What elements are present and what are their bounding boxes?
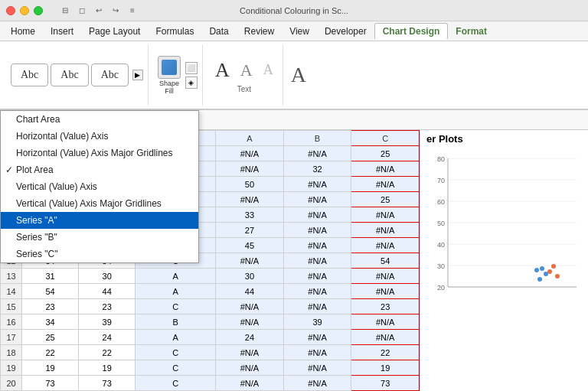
more-styles-button[interactable]: ▶ bbox=[132, 70, 143, 80]
large-a-button-2[interactable]: A bbox=[236, 59, 257, 82]
abc-button-2[interactable]: Abc bbox=[51, 64, 88, 86]
large-a-extra[interactable]: A bbox=[291, 63, 306, 87]
cell[interactable]: #N/A bbox=[216, 299, 284, 314]
cell[interactable]: 73 bbox=[79, 376, 136, 391]
cell[interactable]: 17 bbox=[1, 330, 22, 345]
abc-button-3[interactable]: Abc bbox=[91, 64, 129, 86]
cell[interactable]: 19 bbox=[351, 360, 420, 376]
cell[interactable]: 19 bbox=[22, 360, 79, 376]
cell[interactable]: #N/A bbox=[283, 146, 351, 161]
shape-fill-button[interactable]: Shape Fill bbox=[156, 54, 182, 96]
cell[interactable]: 23 bbox=[351, 299, 420, 314]
toolbar-icon-2[interactable]: ◻ bbox=[75, 4, 89, 18]
dropdown-item-plot-area[interactable]: Plot Area bbox=[1, 161, 198, 178]
cell[interactable]: 22 bbox=[351, 345, 420, 360]
cell[interactable]: A bbox=[136, 330, 216, 345]
cell[interactable]: #N/A bbox=[283, 207, 351, 223]
cell[interactable]: 25 bbox=[22, 330, 79, 345]
cell[interactable]: 16 bbox=[1, 314, 22, 330]
toolbar-icon-1[interactable]: ⊟ bbox=[58, 4, 72, 18]
cell[interactable]: 44 bbox=[79, 284, 136, 299]
cell[interactable]: 23 bbox=[79, 299, 136, 314]
cell[interactable]: 50 bbox=[216, 177, 284, 192]
cell[interactable]: C bbox=[136, 376, 216, 391]
cell[interactable]: 39 bbox=[283, 314, 351, 330]
cell[interactable]: 39 bbox=[79, 314, 136, 330]
cell[interactable]: #N/A bbox=[283, 299, 351, 314]
menu-page-layout[interactable]: Page Layout bbox=[81, 24, 148, 39]
undo-button[interactable]: ↩ bbox=[92, 4, 106, 18]
maximize-button[interactable] bbox=[34, 6, 43, 15]
dropdown-item-series-c[interactable]: Series "C" bbox=[1, 246, 198, 262]
cell[interactable]: #N/A bbox=[283, 253, 351, 269]
menu-developer[interactable]: Developer bbox=[317, 24, 374, 39]
cell[interactable]: #N/A bbox=[216, 192, 284, 207]
cell[interactable]: 73 bbox=[351, 376, 420, 391]
cell[interactable]: #N/A bbox=[283, 192, 351, 207]
cell[interactable]: #N/A bbox=[283, 345, 351, 360]
dropdown-item-v-axis-gridlines[interactable]: Vertical (Value) Axis Major Gridlines bbox=[1, 195, 198, 212]
cell[interactable]: #N/A bbox=[283, 360, 351, 376]
cell[interactable]: #N/A bbox=[283, 238, 351, 253]
cell[interactable]: 14 bbox=[1, 284, 22, 299]
minimize-button[interactable] bbox=[20, 6, 29, 15]
cell[interactable]: 23 bbox=[22, 299, 79, 314]
cell[interactable]: 30 bbox=[216, 269, 284, 284]
cell[interactable]: #N/A bbox=[216, 345, 284, 360]
cell[interactable]: #N/A bbox=[351, 314, 420, 330]
dropdown-item-series-a[interactable]: Series "A" bbox=[1, 212, 198, 229]
cell[interactable]: #N/A bbox=[351, 330, 420, 345]
cell[interactable]: 30 bbox=[79, 269, 136, 284]
cell[interactable]: 18 bbox=[1, 345, 22, 360]
cell[interactable]: A bbox=[136, 269, 216, 284]
menu-formulas[interactable]: Formulas bbox=[148, 24, 201, 39]
cell[interactable]: #N/A bbox=[216, 253, 284, 269]
dropdown-item-v-axis[interactable]: Vertical (Value) Axis bbox=[1, 178, 198, 195]
cell[interactable]: #N/A bbox=[351, 284, 420, 299]
cell[interactable]: #N/A bbox=[216, 360, 284, 376]
cell[interactable]: 31 bbox=[22, 269, 79, 284]
cell[interactable]: 54 bbox=[22, 284, 79, 299]
cell[interactable]: #N/A bbox=[351, 207, 420, 223]
menu-data[interactable]: Data bbox=[201, 24, 236, 39]
cell[interactable]: #N/A bbox=[216, 314, 284, 330]
cell[interactable]: 25 bbox=[351, 192, 420, 207]
menu-format[interactable]: Format bbox=[448, 24, 495, 39]
cell[interactable]: 24 bbox=[216, 330, 284, 345]
cell[interactable]: 15 bbox=[1, 299, 22, 314]
cell[interactable]: #N/A bbox=[216, 146, 284, 161]
cell[interactable]: #N/A bbox=[351, 238, 420, 253]
close-button[interactable] bbox=[6, 6, 15, 15]
cell[interactable]: #N/A bbox=[283, 376, 351, 391]
dropdown-item-chart-area[interactable]: Chart Area bbox=[1, 111, 198, 128]
cell[interactable]: A bbox=[136, 284, 216, 299]
cell[interactable]: #N/A bbox=[351, 269, 420, 284]
cell[interactable]: 24 bbox=[79, 330, 136, 345]
shape-effects-button[interactable]: ◈ bbox=[185, 77, 198, 89]
cell[interactable]: #N/A bbox=[283, 269, 351, 284]
cell[interactable]: C bbox=[136, 299, 216, 314]
cell[interactable]: 25 bbox=[351, 146, 420, 161]
cell[interactable]: 33 bbox=[216, 207, 284, 223]
cell[interactable]: #N/A bbox=[351, 161, 420, 177]
cell[interactable]: #N/A bbox=[283, 223, 351, 238]
menu-view[interactable]: View bbox=[282, 24, 317, 39]
redo-button[interactable]: ↪ bbox=[109, 4, 122, 18]
cell[interactable]: #N/A bbox=[283, 284, 351, 299]
cell[interactable]: 54 bbox=[351, 253, 420, 269]
cell[interactable]: 13 bbox=[1, 269, 22, 284]
cell[interactable]: B bbox=[136, 314, 216, 330]
cell[interactable]: #N/A bbox=[216, 161, 284, 177]
cell[interactable]: 27 bbox=[216, 223, 284, 238]
cell[interactable]: 34 bbox=[22, 314, 79, 330]
menu-chart-design[interactable]: Chart Design bbox=[374, 23, 449, 40]
menu-home[interactable]: Home bbox=[3, 24, 43, 39]
menu-icon[interactable]: ≡ bbox=[126, 4, 139, 18]
shape-outline-button[interactable]: ⬜ bbox=[185, 62, 198, 74]
cell[interactable]: 20 bbox=[1, 376, 22, 391]
dropdown-item-h-axis[interactable]: Horizontal (Value) Axis bbox=[1, 128, 198, 145]
large-a-button-1[interactable]: A bbox=[211, 57, 234, 83]
cell[interactable]: #N/A bbox=[283, 330, 351, 345]
cell[interactable]: 19 bbox=[1, 360, 22, 376]
cell[interactable]: #N/A bbox=[216, 376, 284, 391]
